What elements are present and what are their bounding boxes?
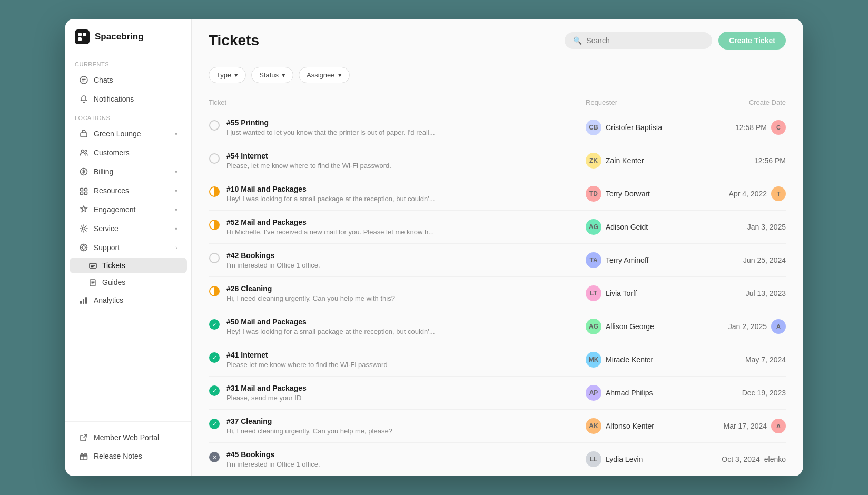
date-cell: Apr 4, 2022T <box>702 186 786 201</box>
ticket-cell: #26 Cleaning Hi, I need cleaning urgentl… <box>209 284 586 302</box>
requester-name: Zain Kenter <box>606 156 644 165</box>
date-cell: Jan 3, 2025 <box>702 223 786 231</box>
ticket-title: #41 Internet <box>226 351 586 359</box>
requester-avatar: LL <box>586 451 601 467</box>
ticket-cell: #10 Mail and Packages Hey! I was looking… <box>209 185 586 203</box>
date-avatar: C <box>771 120 786 135</box>
status-empty-icon <box>209 153 220 164</box>
requester-avatar: LT <box>586 285 601 301</box>
ticket-info: #10 Mail and Packages Hey! I was looking… <box>226 185 586 203</box>
logo-icon <box>75 29 90 44</box>
table-row[interactable]: #55 Printing I just wanted to let you kn… <box>209 111 786 144</box>
sidebar-item-member-web-portal[interactable]: Member Web Portal <box>70 429 187 447</box>
sidebar-item-chats[interactable]: Chats <box>70 71 187 89</box>
status-check-icon: ✓ <box>209 419 220 429</box>
type-chevron-icon: ▾ <box>234 71 238 79</box>
svg-rect-11 <box>81 192 83 195</box>
ticket-status: ✓ <box>209 319 220 330</box>
ticket-cell: #54 Internet Please, let me know where t… <box>209 152 586 170</box>
svg-rect-0 <box>75 29 90 44</box>
table-row[interactable]: #54 Internet Please, let me know where t… <box>209 144 786 177</box>
sidebar-sub-item-guides[interactable]: Guides <box>70 274 187 290</box>
status-check-icon: ✓ <box>209 385 220 396</box>
requester-name: Miracle Kenter <box>606 355 653 364</box>
sidebar-sub-item-tickets[interactable]: Tickets <box>70 258 187 273</box>
filter-bar: Type ▾ Status ▾ Assignee ▾ <box>192 58 803 92</box>
filter-type-button[interactable]: Type ▾ <box>209 67 246 83</box>
main-content: Tickets 🔍 Create Ticket Type ▾ Status ▾ … <box>192 19 803 476</box>
ticket-preview: I'm interested in Office 1 office. <box>226 460 490 468</box>
sidebar-item-location[interactable]: Green Lounge ▾ <box>70 125 187 143</box>
ticket-cell: ✕ #45 Bookings I'm interested in Office … <box>209 450 586 468</box>
sidebar-item-release-notes[interactable]: Release Notes <box>70 447 187 465</box>
svg-point-6 <box>82 150 84 153</box>
header-ticket: Ticket <box>209 98 586 106</box>
sidebar-item-service[interactable]: Service ▾ <box>70 220 187 237</box>
requester-cell: AK Alfonso Kenter <box>586 418 702 434</box>
table-row[interactable]: ✕ #45 Bookings I'm interested in Office … <box>209 443 786 476</box>
sidebar-item-notifications[interactable]: Notifications <box>70 90 187 108</box>
requester-name: Ahmad Philips <box>606 389 653 397</box>
table-row[interactable]: #52 Mail and Packages Hi Michelle, I've … <box>209 211 786 244</box>
type-filter-label: Type <box>216 71 231 79</box>
date-text: 12:56 PM <box>754 156 786 165</box>
sidebar-item-billing[interactable]: Billing ▾ <box>70 163 187 181</box>
table-row[interactable]: ✓ #50 Mail and Packages Hey! I was looki… <box>209 310 786 343</box>
billing-chevron-icon: ▾ <box>175 169 177 175</box>
ticket-info: #50 Mail and Packages Hey! I was looking… <box>226 318 586 335</box>
table-row[interactable]: #26 Cleaning Hi, I need cleaning urgentl… <box>209 277 786 310</box>
ticket-title: #31 Mail and Packages <box>226 384 586 392</box>
chats-label: Chats <box>94 76 113 84</box>
date-avatar: A <box>771 419 786 433</box>
create-ticket-button[interactable]: Create Ticket <box>718 32 786 49</box>
status-check-icon: ✓ <box>209 352 220 363</box>
date-cell: Oct 3, 2024elenko <box>702 455 786 463</box>
table-row[interactable]: #42 Bookings I'm interested in Office 1 … <box>209 244 786 277</box>
header-requester: Requester <box>586 98 702 106</box>
support-arrow-icon: › <box>175 244 177 251</box>
guides-label: Guides <box>102 278 125 286</box>
location-name: Green Lounge <box>94 130 141 138</box>
ticket-title: #50 Mail and Packages <box>226 318 586 326</box>
filter-status-button[interactable]: Status ▾ <box>251 67 293 83</box>
date-text: 12:58 PM <box>735 123 767 132</box>
location-icon <box>79 129 88 138</box>
resources-chevron-icon: ▾ <box>175 188 177 194</box>
table-row[interactable]: ✓ #41 Internet Please let me know where … <box>209 343 786 377</box>
svg-point-15 <box>82 246 85 249</box>
sidebar-item-support[interactable]: Support › <box>70 239 187 256</box>
requester-cell: AG Adison Geidt <box>586 219 702 235</box>
table-row[interactable]: #10 Mail and Packages Hey! I was looking… <box>209 177 786 211</box>
ticket-cell: #55 Printing I just wanted to let you kn… <box>209 118 586 136</box>
page-header: Tickets 🔍 Create Ticket <box>192 19 803 58</box>
sidebar-item-analytics[interactable]: Analytics <box>70 291 187 309</box>
sidebar-item-engagement[interactable]: Engagement ▾ <box>70 201 187 219</box>
ticket-title: #52 Mail and Packages <box>226 218 586 226</box>
chart-icon <box>79 295 88 305</box>
engagement-icon <box>79 205 88 214</box>
sidebar-item-resources[interactable]: Resources ▾ <box>70 182 187 200</box>
support-label: Support <box>94 243 120 252</box>
status-half-icon <box>209 286 220 296</box>
requester-avatar: AK <box>586 418 601 434</box>
requester-name: Terry Dorwart <box>606 190 650 198</box>
filter-assignee-button[interactable]: Assignee ▾ <box>299 67 349 83</box>
sidebar-item-customers[interactable]: Customers <box>70 144 187 162</box>
table-row[interactable]: ✓ #37 Cleaning Hi, I need cleaning urgen… <box>209 410 786 443</box>
requester-cell: TA Terry Aminoff <box>586 252 702 268</box>
support-icon <box>79 243 88 252</box>
search-box[interactable]: 🔍 <box>565 32 712 49</box>
requester-name: Alfonso Kenter <box>606 422 654 430</box>
ticket-status <box>209 186 220 197</box>
ticket-status <box>209 120 220 131</box>
search-input[interactable] <box>586 36 704 45</box>
status-half-icon <box>209 186 220 197</box>
status-half-icon <box>209 220 220 230</box>
ticket-preview: I just wanted to let you know that the p… <box>226 128 490 136</box>
requester-cell: AG Allison George <box>586 319 702 334</box>
table-row[interactable]: ✓ #31 Mail and Packages Please, send me … <box>209 377 786 410</box>
extra-text: elenko <box>764 455 786 463</box>
service-icon <box>79 224 88 233</box>
ticket-title: #26 Cleaning <box>226 284 586 293</box>
svg-rect-1 <box>78 33 82 36</box>
